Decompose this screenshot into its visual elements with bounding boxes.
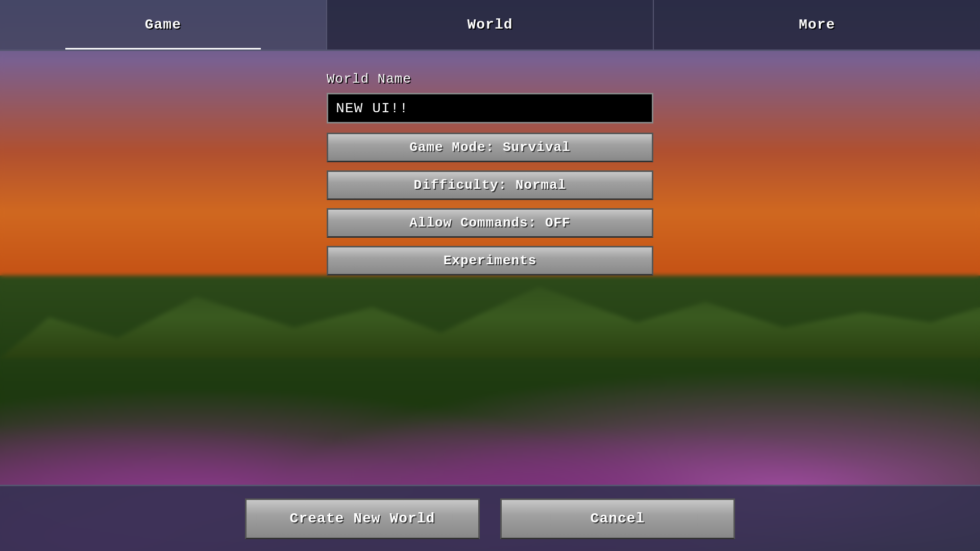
experiments-button[interactable]: Experiments bbox=[327, 246, 653, 276]
bottom-bar: Create New World Cancel bbox=[0, 485, 980, 551]
cancel-button[interactable]: Cancel bbox=[500, 498, 735, 539]
game-mode-label: Game Mode: Survival bbox=[409, 140, 570, 155]
tab-more[interactable]: More bbox=[654, 0, 980, 49]
difficulty-label: Difficulty: Normal bbox=[414, 178, 567, 193]
game-mode-button[interactable]: Game Mode: Survival bbox=[327, 133, 653, 162]
allow-commands-label: Allow Commands: OFF bbox=[409, 215, 570, 231]
tab-world-label: World bbox=[468, 17, 513, 33]
world-name-input[interactable] bbox=[327, 93, 653, 123]
main-content: World Name Game Mode: Survival Difficult… bbox=[0, 51, 980, 485]
create-world-label: Create New World bbox=[290, 511, 435, 527]
experiments-label: Experiments bbox=[444, 253, 537, 268]
tab-game-label: Game bbox=[145, 17, 181, 33]
allow-commands-button[interactable]: Allow Commands: OFF bbox=[327, 208, 653, 238]
world-name-label: World Name bbox=[327, 71, 411, 87]
tab-world[interactable]: World bbox=[327, 0, 654, 49]
tab-more-label: More bbox=[799, 17, 835, 33]
difficulty-button[interactable]: Difficulty: Normal bbox=[327, 170, 653, 200]
tab-bar: Game World More bbox=[0, 0, 980, 51]
create-world-button[interactable]: Create New World bbox=[245, 498, 480, 539]
cancel-label: Cancel bbox=[591, 511, 645, 527]
tab-game[interactable]: Game bbox=[0, 0, 327, 49]
